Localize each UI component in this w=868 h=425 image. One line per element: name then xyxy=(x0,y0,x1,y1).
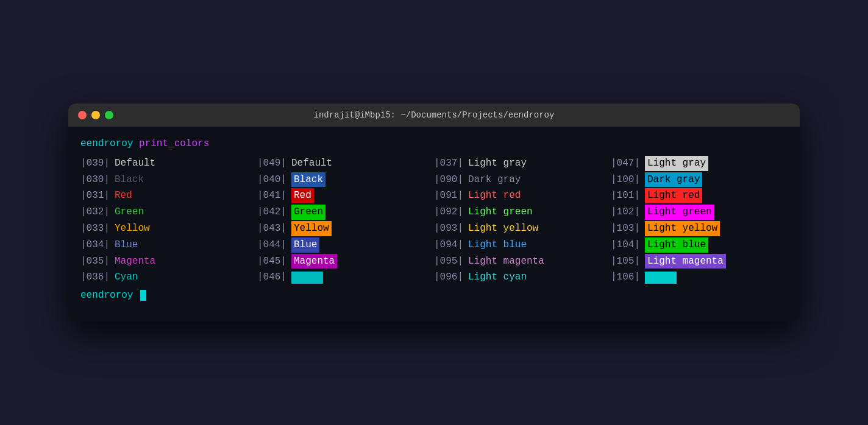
table-row: |030|Black xyxy=(80,172,257,188)
window-title: indrajit@iMbp15: ~/Documents/Projects/ee… xyxy=(314,110,555,120)
maximize-button[interactable] xyxy=(105,111,113,119)
table-row: |037|Light gray xyxy=(434,155,611,172)
bottom-prompt-line: eendroroy xyxy=(80,288,788,303)
table-row: |105|Light magenta xyxy=(611,253,788,270)
table-row: |040|Black xyxy=(257,172,434,188)
table-row: |044|Blue xyxy=(257,237,434,253)
traffic-lights[interactable] xyxy=(78,111,113,119)
table-row: |047|Light gray xyxy=(611,155,788,172)
table-row: |095|Light magenta xyxy=(434,253,611,270)
table-row: |043|Yellow xyxy=(257,220,434,237)
table-row: |103|Light yellow xyxy=(611,220,788,237)
table-row: |090|Dark gray xyxy=(434,172,611,188)
table-row: |036|Cyan xyxy=(80,269,257,286)
table-row: |101|Light red xyxy=(611,188,788,204)
terminal-body: eendroroy print_colors |039|Default|049|… xyxy=(68,127,800,321)
table-row: |096|Light cyan xyxy=(434,269,611,286)
table-row: |102|Light green xyxy=(611,204,788,220)
cursor-block xyxy=(140,290,146,301)
table-row: |049|Default xyxy=(257,155,434,172)
table-row: |039|Default xyxy=(80,155,257,172)
table-row: |035|Magenta xyxy=(80,253,257,270)
prompt-username: eendroroy xyxy=(80,138,133,149)
table-row: |032|Green xyxy=(80,204,257,220)
titlebar: indrajit@iMbp15: ~/Documents/Projects/ee… xyxy=(68,104,800,127)
table-row: |091|Light red xyxy=(434,188,611,204)
table-row: |031|Red xyxy=(80,188,257,204)
close-button[interactable] xyxy=(78,111,87,119)
table-row: |045|Magenta xyxy=(257,253,434,270)
bottom-prompt-username: eendroroy xyxy=(80,290,133,301)
table-row: |104|Light blue xyxy=(611,237,788,253)
minimize-button[interactable] xyxy=(91,111,100,119)
table-row: |094|Light blue xyxy=(434,237,611,253)
terminal-window: indrajit@iMbp15: ~/Documents/Projects/ee… xyxy=(68,104,800,321)
table-row: |042|Green xyxy=(257,204,434,220)
prompt-command: print_colors xyxy=(139,138,209,149)
table-row: |106| xyxy=(611,269,788,286)
table-row: |092|Light green xyxy=(434,204,611,220)
prompt-line: eendroroy print_colors xyxy=(80,136,788,152)
table-row: |100|Dark gray xyxy=(611,172,788,188)
table-row: |033|Yellow xyxy=(80,220,257,237)
color-table: |039|Default|049|Default|037|Light gray|… xyxy=(80,155,788,286)
table-row: |093|Light yellow xyxy=(434,220,611,237)
table-row: |034|Blue xyxy=(80,237,257,253)
table-row: |041|Red xyxy=(257,188,434,204)
table-row: |046| xyxy=(257,269,434,286)
